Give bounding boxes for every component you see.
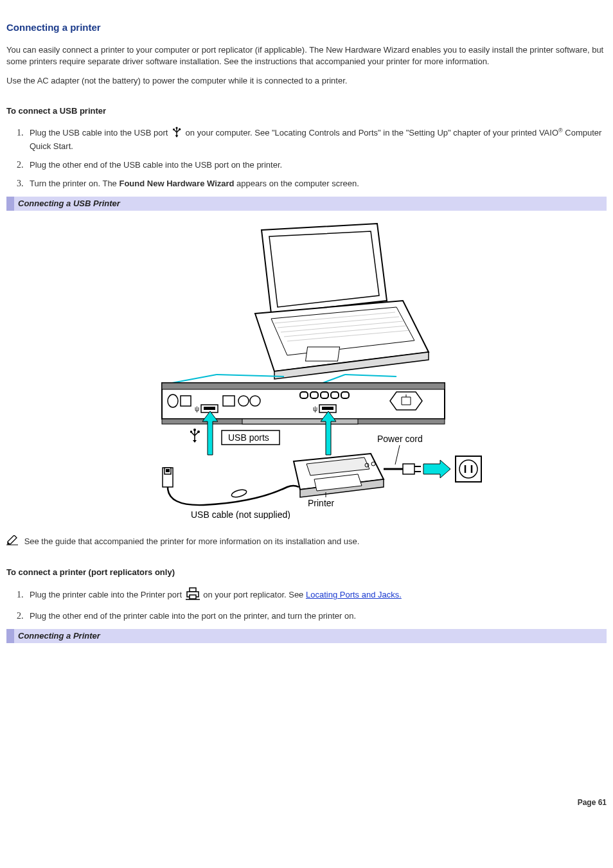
step-text: Plug the USB cable into the USB port — [30, 128, 170, 137]
laptop-drawing — [255, 224, 429, 379]
svg-rect-21 — [204, 407, 215, 410]
registered-mark: ® — [558, 127, 563, 133]
locating-ports-link[interactable]: Locating Ports and Jacks. — [306, 590, 402, 599]
svg-rect-34 — [242, 419, 358, 424]
svg-rect-59 — [190, 595, 196, 599]
intro-paragraph-1: You can easily connect a printer to your… — [6, 44, 607, 67]
svg-rect-2 — [173, 128, 175, 130]
svg-point-38 — [197, 430, 200, 433]
usb-steps-list: Plug the USB cable into the USB port on … — [26, 126, 607, 190]
usb-symbol — [190, 429, 200, 443]
svg-text:ψ: ψ — [195, 405, 199, 412]
svg-rect-37 — [190, 430, 192, 432]
usb-cable — [163, 468, 299, 505]
svg-point-55 — [231, 488, 247, 499]
step-text-b: on your computer. See "Locating Controls… — [186, 128, 558, 137]
svg-point-3 — [179, 128, 181, 130]
svg-point-49 — [459, 460, 477, 478]
power-plug — [384, 464, 421, 474]
intro-paragraph-2: Use the AC adapter (not the battery) to … — [6, 75, 607, 87]
svg-line-14 — [345, 375, 396, 376]
svg-rect-10 — [306, 347, 340, 361]
step-text: Turn the printer on. The — [30, 179, 119, 188]
svg-rect-16 — [162, 383, 445, 389]
port-steps-list: Plug the printer cable into the Printer … — [26, 587, 607, 622]
note-text: See the guide that accompanied the print… — [24, 536, 360, 546]
page-title: Connecting a printer — [6, 21, 607, 34]
svg-line-41 — [395, 445, 400, 465]
label-printer: Printer — [308, 498, 335, 508]
figure-usb-printer: ψ ψ — [6, 217, 607, 522]
page-number: Page 61 — [6, 797, 607, 808]
printer-drawing — [294, 454, 384, 497]
svg-marker-4 — [175, 135, 179, 137]
arrow-right-icon — [423, 460, 450, 478]
usb-step-1: Plug the USB cable into the USB port on … — [26, 126, 607, 152]
section-usb-heading: To connect a USB printer — [6, 105, 607, 117]
port-step-1: Plug the printer cable into the Printer … — [26, 587, 607, 603]
svg-marker-39 — [193, 440, 197, 443]
note: See the guide that accompanied the print… — [6, 535, 607, 549]
step-text-b: appears on the computer screen. — [235, 179, 359, 188]
port-step-2: Plug the other end of the printer cable … — [26, 610, 607, 622]
step-text: Plug the printer cable into the Printer … — [30, 590, 184, 599]
svg-text:ψ: ψ — [313, 405, 317, 412]
usb-step-3: Turn the printer on. The Found New Hardw… — [26, 177, 607, 190]
usb-step-2: Plug the other end of the USB cable into… — [26, 159, 607, 171]
usb-port-left: ψ — [195, 405, 218, 412]
section-port-heading: To connect a printer (port replicators o… — [6, 567, 607, 578]
label-usb-cable: USB cable (not supplied) — [191, 509, 290, 519]
svg-rect-54 — [166, 469, 170, 472]
wizard-name: Found New Hardware Wizard — [119, 179, 234, 188]
label-power-cord: Power cord — [377, 434, 423, 444]
label-usb-ports: USB ports — [228, 432, 269, 443]
svg-rect-32 — [322, 407, 333, 410]
usb-trident-icon — [172, 126, 182, 141]
step-text-b: on your port replicator. See — [203, 590, 306, 599]
figure-caption-usb: Connecting a USB Printer — [6, 197, 607, 211]
svg-rect-57 — [190, 588, 196, 592]
printer-port-icon — [186, 587, 200, 603]
figure-caption-printer: Connecting a Printer — [6, 629, 607, 643]
usb-port-right: ψ — [313, 405, 336, 412]
note-pencil-icon — [6, 535, 19, 549]
svg-rect-46 — [403, 464, 414, 474]
